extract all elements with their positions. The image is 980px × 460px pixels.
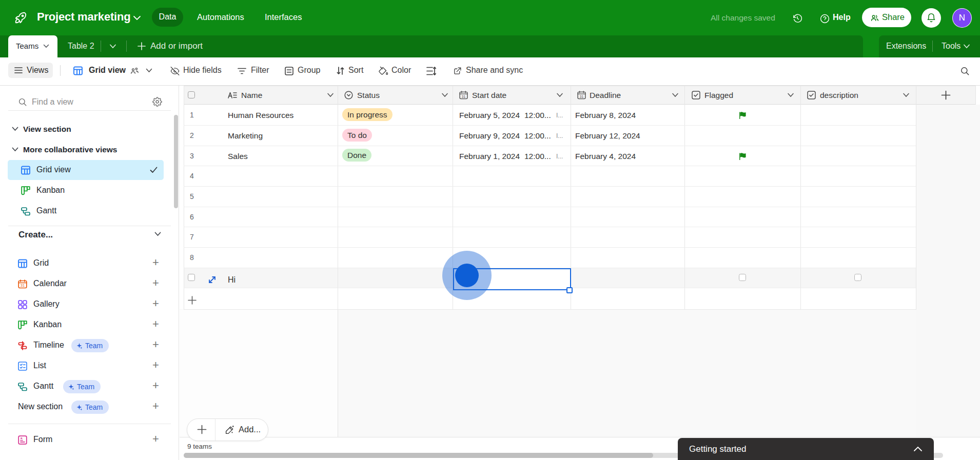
svg-text:31: 31 (580, 95, 584, 99)
svg-text:31: 31 (21, 283, 25, 288)
svg-text:31: 31 (462, 95, 466, 99)
